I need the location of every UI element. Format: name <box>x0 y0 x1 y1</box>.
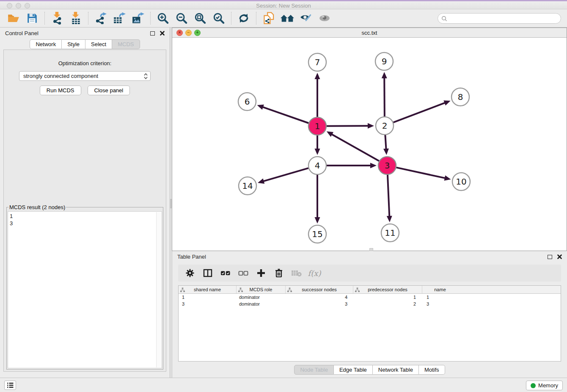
column-header-shared-name[interactable]: shared name <box>179 286 237 293</box>
graph-edge-4-3[interactable] <box>327 163 377 168</box>
column-header-predecessor-nodes[interactable]: predecessor nodes <box>353 286 422 293</box>
result-line: 3 <box>10 220 160 227</box>
home-layout-button[interactable] <box>278 11 297 26</box>
zoom-out-button[interactable] <box>172 11 191 26</box>
table-panel: Table Panel <box>172 251 567 378</box>
graph-node-2[interactable]: 2 <box>376 117 394 135</box>
optimization-criterion-select[interactable]: strongly connected component <box>19 71 151 81</box>
graph-node-label: 15 <box>312 229 322 239</box>
export-table-button[interactable] <box>110 11 129 26</box>
toolbar-separator <box>256 12 256 25</box>
memory-button[interactable]: Memory <box>526 381 563 390</box>
close-panel-button[interactable]: Close panel <box>88 86 130 95</box>
result-scrollbar[interactable] <box>156 212 162 367</box>
table-cell[interactable]: 1 <box>353 294 422 301</box>
table-cell[interactable]: dominator <box>237 301 286 307</box>
graph-node-6[interactable]: 6 <box>238 93 256 110</box>
delete-column-button[interactable] <box>271 266 286 280</box>
graph-node-15[interactable]: 15 <box>308 225 326 243</box>
graph-node-11[interactable]: 11 <box>381 224 399 242</box>
column-type-icon <box>238 287 243 293</box>
new-network-from-selection-button[interactable] <box>259 11 278 26</box>
table-settings-button[interactable] <box>182 266 198 280</box>
table-cell[interactable]: 2 <box>353 301 422 307</box>
graph-node-3[interactable]: 3 <box>378 157 396 174</box>
table-cell[interactable]: 1 <box>179 294 237 301</box>
graph-edge-1-2[interactable] <box>327 123 374 129</box>
horizontal-splitter-grip[interactable] <box>369 248 373 251</box>
graph-node-7[interactable]: 7 <box>308 53 326 71</box>
run-mcds-button[interactable]: Run MCDS <box>40 86 81 95</box>
table-cell[interactable]: 3 <box>179 301 237 307</box>
graph-node-4[interactable]: 4 <box>308 157 326 174</box>
maximize-view-button[interactable]: + <box>194 30 201 36</box>
graph-edge-2-3[interactable] <box>383 135 389 155</box>
graph-edge-3-1[interactable] <box>327 131 379 161</box>
graph-edge-1-6[interactable] <box>257 105 309 123</box>
graph-edge-2-8[interactable] <box>394 100 451 122</box>
float-table-panel-icon[interactable] <box>548 255 552 259</box>
open-session-button[interactable] <box>4 11 23 26</box>
graph-edge-4-14[interactable] <box>258 168 308 184</box>
split-table-view-button[interactable] <box>200 266 215 280</box>
tab-style[interactable]: Style <box>62 39 85 49</box>
graph-node-14[interactable]: 14 <box>239 177 256 195</box>
task-history-button[interactable] <box>4 381 16 390</box>
zoom-selected-button[interactable] <box>209 11 228 26</box>
close-table-panel-icon[interactable] <box>557 254 562 259</box>
tab-node-table[interactable]: Node Table <box>294 365 334 375</box>
add-column-button[interactable] <box>253 266 269 280</box>
hide-selected-button[interactable] <box>297 11 315 26</box>
table-row[interactable]: 3dominator323 <box>179 301 561 307</box>
column-header-mcds-role[interactable]: MCDS role <box>237 286 286 293</box>
function-builder-button: f(x) <box>307 266 322 280</box>
tab-network[interactable]: Network <box>30 39 62 49</box>
float-panel-icon[interactable] <box>150 31 155 36</box>
table-cell[interactable]: 3 <box>286 301 353 307</box>
graph-edge-3-10[interactable] <box>396 168 451 181</box>
minimize-view-button[interactable]: − <box>185 30 192 36</box>
search-field[interactable] <box>438 13 561 24</box>
import-table-button[interactable] <box>66 11 85 26</box>
zoom-in-button[interactable] <box>154 11 172 26</box>
graph-node-label: 6 <box>245 97 250 107</box>
deselect-all-columns-button[interactable] <box>236 266 251 280</box>
tab-network-table[interactable]: Network Table <box>373 365 419 375</box>
graph-node-9[interactable]: 9 <box>375 52 393 70</box>
close-panel-icon[interactable] <box>160 31 165 36</box>
graph-edge-3-11[interactable] <box>387 175 392 222</box>
tab-mcds[interactable]: MCDS <box>112 39 140 49</box>
tab-edge-table[interactable]: Edge Table <box>334 365 373 375</box>
close-view-button[interactable]: × <box>176 30 183 36</box>
graph-edge-2-9[interactable] <box>382 72 387 116</box>
save-session-button[interactable] <box>23 11 41 26</box>
graph-node-8[interactable]: 8 <box>451 88 469 106</box>
network-canvas[interactable]: 7968124314101511 <box>172 38 567 251</box>
table-row[interactable]: 1dominator411 <box>179 294 561 301</box>
graph-node-10[interactable]: 10 <box>452 173 470 190</box>
table-cell[interactable]: 1 <box>422 294 458 301</box>
table-cell[interactable]: dominator <box>237 294 286 301</box>
table-cell[interactable]: 3 <box>422 301 458 307</box>
show-all-button[interactable] <box>315 11 334 26</box>
graph-edge-1-4[interactable] <box>315 135 320 155</box>
tab-select[interactable]: Select <box>85 39 112 49</box>
export-network-button[interactable] <box>91 11 110 26</box>
mcds-result-textarea[interactable]: 13 <box>8 211 162 368</box>
import-network-button[interactable] <box>48 11 66 26</box>
zoom-fit-button[interactable] <box>191 11 209 26</box>
graph-node-1[interactable]: 1 <box>308 117 326 135</box>
refresh-button[interactable] <box>234 11 253 26</box>
search-input[interactable] <box>449 14 561 23</box>
graph-edge-4-15[interactable] <box>315 175 320 224</box>
column-header-successor-nodes[interactable]: successor nodes <box>286 286 353 293</box>
zoom-selected-icon <box>213 12 225 24</box>
zoom-in-icon <box>157 12 169 24</box>
export-image-button[interactable] <box>129 11 147 26</box>
table-cell[interactable]: 4 <box>286 294 353 301</box>
delete-table-button <box>289 266 304 280</box>
tab-motifs[interactable]: Motifs <box>419 365 445 375</box>
select-all-columns-button[interactable] <box>218 266 233 280</box>
graph-edge-1-7[interactable] <box>315 73 320 117</box>
column-header-name[interactable]: name <box>422 286 458 293</box>
